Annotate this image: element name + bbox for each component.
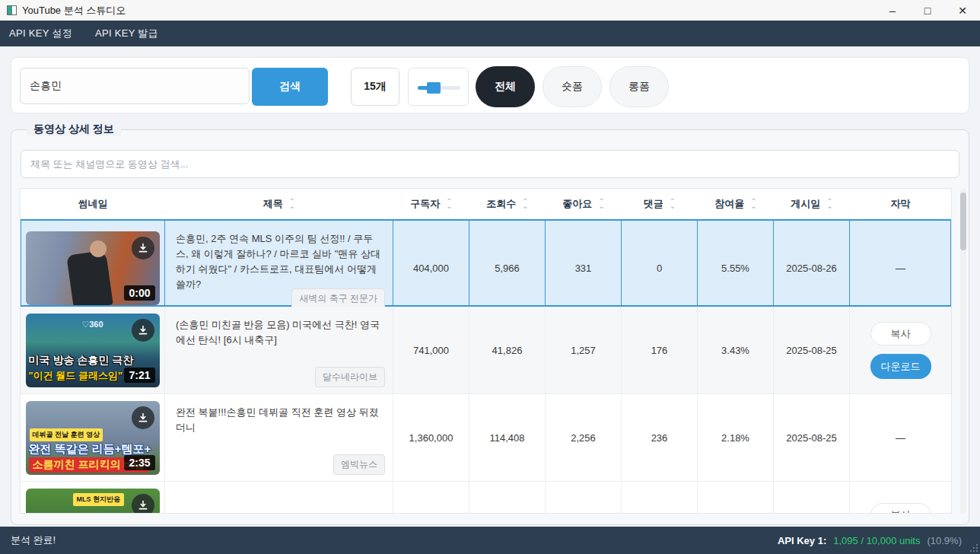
comments-cell: 176	[622, 307, 698, 394]
thumbnail-cell: MLS 현지반응	[21, 482, 165, 514]
video-thumbnail[interactable]: 데뷔골 전날 훈련 영상 완전 똑같은 리듬+템포+ 소름끼친 프리킥의 비밀 …	[26, 401, 160, 475]
date-cell: 2025-08-25	[774, 394, 850, 482]
comments-cell: 0	[622, 221, 698, 316]
col-views[interactable]: 조회수⌃⌄	[469, 189, 546, 219]
captions-cell: 복사 다운로드	[850, 307, 951, 394]
video-thumbnail[interactable]: MLS 현지반응	[26, 489, 160, 514]
views-cell: 5,966	[469, 221, 546, 316]
video-title[interactable]: (손흥민 미친골 반응 모음) 미국에선 극찬! 영국에선 탄식! [6시 내축…	[176, 317, 382, 348]
title-cell: 완전 복붙!!!손흥민 데뷔골 직전 훈련 영상 뒤졌더니 엠빅뉴스	[165, 394, 393, 482]
app-icon	[7, 5, 17, 15]
filter-shorts-button[interactable]: 숏폼	[542, 66, 602, 107]
thumbnail-caption: 미국 방송 손흥민 극찬	[29, 354, 157, 368]
slider-handle[interactable]	[427, 82, 441, 94]
date-cell: 2025-08-25	[774, 307, 850, 394]
menu-api-key-issue[interactable]: API KEY 발급	[95, 27, 158, 40]
video-table: 썸네일 제목⌃⌄ 구독자⌃⌄ 조회수⌃⌄ 좋아요⌃⌄ 댓글⌃⌄ 참여율⌃⌄ 게시…	[20, 188, 952, 514]
col-comments[interactable]: 댓글⌃⌄	[622, 189, 698, 219]
thumbnail-badge: 데뷔골 전날 훈련 영상	[30, 428, 103, 441]
channel-badge: 새벽의 축구 전문가	[291, 288, 385, 309]
sort-icon[interactable]: ⌃⌄	[446, 199, 452, 209]
duration-badge: 7:21	[124, 368, 154, 383]
menu-bar: API KEY 설정 API KEY 발급	[0, 21, 980, 46]
thumbnail-download-icon[interactable]	[132, 494, 154, 514]
table-row[interactable]: 0:00 손흥민, 2주 연속 MLS 이주의 팀 선정!! / 쿠두스, 왜 …	[21, 219, 951, 307]
table-scrollbar[interactable]	[960, 188, 966, 514]
captions-cell: —	[850, 394, 951, 482]
title-cell: (손흥민 미친골 반응 모음) 미국에선 극찬! 영국에선 탄식! [6시 내축…	[165, 307, 393, 394]
date-cell	[774, 482, 850, 514]
sort-icon[interactable]: ⌃⌄	[598, 199, 604, 209]
col-thumbnail[interactable]: 썸네일	[21, 189, 165, 219]
result-count-box[interactable]: 15개	[351, 68, 399, 106]
api-usage-percent: (10.9%)	[927, 535, 962, 546]
likes-cell: 1,257	[546, 307, 622, 394]
api-key-label: API Key 1:	[778, 535, 826, 546]
caption-copy-button[interactable]: 복사	[870, 503, 931, 514]
video-title[interactable]: 완전 복붙!!!손흥민 데뷔골 직전 훈련 영상 뒤졌더니	[176, 405, 382, 435]
video-thumbnail[interactable]: ♡360 미국 방송 손흥민 극찬 "이건 월드 클래스임" 7:21	[26, 314, 160, 387]
minimize-button[interactable]: –	[875, 0, 910, 21]
thumbnail-cell: ♡360 미국 방송 손흥민 극찬 "이건 월드 클래스임" 7:21	[21, 307, 165, 394]
window-controls: – □ ✕	[875, 0, 980, 21]
col-date[interactable]: 게시일⌃⌄	[774, 189, 850, 219]
status-message: 분석 완료!	[11, 533, 56, 547]
thumbnail-badge: MLS 현지반응	[73, 493, 125, 506]
sort-icon[interactable]: ⌃⌄	[750, 199, 756, 209]
engagement-cell	[698, 482, 774, 514]
count-slider[interactable]	[408, 68, 469, 106]
search-button[interactable]: 검색	[252, 68, 328, 106]
status-bar: 분석 완료! API Key 1: 1,095 / 10,000 units (…	[0, 527, 980, 554]
search-panel: 검색 15개 전체 숏폼 롱폼	[11, 57, 969, 113]
close-button[interactable]: ✕	[945, 0, 980, 21]
views-cell	[469, 482, 546, 514]
table-row[interactable]: ♡360 미국 방송 손흥민 극찬 "이건 월드 클래스임" 7:21 (손흥민…	[21, 307, 951, 394]
maximize-button[interactable]: □	[910, 0, 945, 21]
video-thumbnail[interactable]: 0:00	[26, 231, 160, 305]
video-title[interactable]: 손흥민, 2주 연속 MLS 이주의 팀 선정!! / 쿠두스, 왜 이렇게 잘…	[176, 231, 382, 293]
video-detail-groupbox: 동영상 상세 정보 썸네일 제목⌃⌄ 구독자⌃⌄ 조회수⌃⌄ 좋아요⌃⌄ 댓글⌃…	[11, 129, 969, 525]
subscribers-cell	[393, 482, 469, 514]
col-title[interactable]: 제목⌃⌄	[165, 189, 393, 219]
caption-copy-button[interactable]: 복사	[870, 322, 931, 345]
subscribers-cell: 1,360,000	[393, 394, 469, 482]
thumbnail-cell: 데뷔골 전날 훈련 영상 완전 똑같은 리듬+템포+ 소름끼친 프리킥의 비밀 …	[21, 394, 165, 482]
caption-download-button[interactable]: 다운로드	[870, 354, 931, 379]
col-captions[interactable]: 자막	[850, 189, 951, 219]
channel-badge: 엠빅뉴스	[333, 454, 385, 475]
thumbnail-download-icon[interactable]	[132, 406, 154, 429]
thumbnail-download-icon[interactable]	[132, 319, 154, 342]
duration-badge: 2:35	[124, 455, 154, 470]
table-filter-input[interactable]	[21, 150, 959, 178]
likes-cell: 2,256	[546, 394, 622, 482]
thumbnail-cell: 0:00	[21, 221, 165, 316]
sort-icon[interactable]: ⌃⌄	[826, 199, 832, 209]
col-subscribers[interactable]: 구독자⌃⌄	[393, 189, 469, 219]
resize-grip[interactable]	[969, 543, 978, 552]
sort-icon[interactable]: ⌃⌄	[289, 199, 295, 209]
comments-cell: 236	[622, 394, 698, 482]
groupbox-legend: 동영상 상세 정보	[27, 123, 121, 136]
table-row[interactable]: MLS 현지반응 복사	[21, 482, 951, 514]
col-engagement[interactable]: 참여율⌃⌄	[698, 189, 774, 219]
likes-cell	[546, 482, 622, 514]
engagement-cell: 3.43%	[698, 307, 774, 394]
search-input[interactable]	[20, 68, 250, 104]
title-cell	[165, 482, 393, 514]
filter-all-button[interactable]: 전체	[476, 66, 535, 107]
sort-icon[interactable]: ⌃⌄	[670, 199, 676, 209]
api-usage-value: 1,095 / 10,000 units	[833, 535, 920, 546]
col-likes[interactable]: 좋아요⌃⌄	[546, 189, 622, 219]
sort-icon[interactable]: ⌃⌄	[522, 199, 528, 209]
menu-api-key-settings[interactable]: API KEY 설정	[9, 27, 72, 40]
engagement-cell: 2.18%	[698, 394, 774, 482]
likes-cell: 331	[546, 221, 622, 316]
scrollbar-thumb[interactable]	[960, 193, 966, 250]
table-row[interactable]: 데뷔골 전날 훈련 영상 완전 똑같은 리듬+템포+ 소름끼친 프리킥의 비밀 …	[21, 394, 951, 482]
captions-cell: —	[850, 221, 951, 316]
window-title: YouTube 분석 스튜디오	[22, 4, 126, 18]
thumbnail-download-icon[interactable]	[132, 237, 154, 259]
filter-longform-button[interactable]: 롱폼	[609, 66, 669, 107]
subscribers-cell: 404,000	[393, 221, 469, 316]
table-header: 썸네일 제목⌃⌄ 구독자⌃⌄ 조회수⌃⌄ 좋아요⌃⌄ 댓글⌃⌄ 참여율⌃⌄ 게시…	[21, 189, 951, 219]
